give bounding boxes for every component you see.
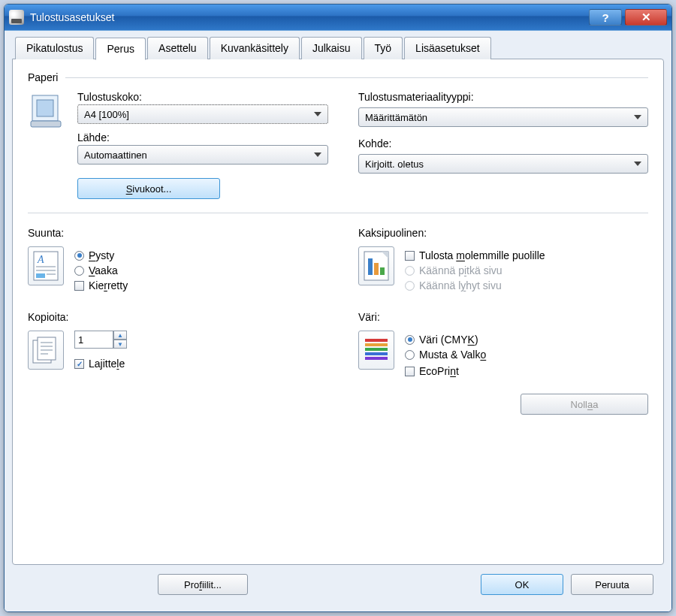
svg-rect-16 <box>41 342 53 343</box>
tulostuskoko-combo[interactable]: A4 [100%] <box>77 104 328 124</box>
radio-pitka: Käännä pitkä sivu <box>405 264 545 276</box>
check-molemmille-label: Tulosta molemmille puolille <box>419 249 545 261</box>
ok-button[interactable]: OK <box>481 574 563 595</box>
svg-rect-13 <box>380 267 385 275</box>
svg-rect-24 <box>365 357 388 360</box>
svg-rect-5 <box>36 266 56 267</box>
materiaali-combo[interactable]: Määrittämätön <box>358 107 648 127</box>
radio-cmyk-label: Väri (CMYK) <box>419 334 478 346</box>
vari-title: Väri: <box>358 311 648 323</box>
help-button[interactable]: ? <box>589 9 622 26</box>
svg-rect-6 <box>36 270 56 271</box>
svg-text:A: A <box>37 254 44 265</box>
checkbox-icon <box>405 367 415 376</box>
svg-rect-18 <box>41 349 53 351</box>
svg-rect-22 <box>365 348 388 351</box>
kopioita-title: Kopioita: <box>28 311 328 323</box>
svg-rect-1 <box>37 100 53 116</box>
kohde-combo[interactable]: Kirjoitt. oletus <box>358 154 648 174</box>
spin-down[interactable]: ▼ <box>113 340 127 349</box>
group-paperi: Paperi <box>28 71 648 199</box>
chevron-down-icon <box>311 107 324 121</box>
radio-vaaka[interactable]: Vaaka <box>74 264 128 276</box>
tab-lisaasetukset[interactable]: Lisäasetukset <box>404 37 491 59</box>
peruuta-button[interactable]: Peruuta <box>571 574 653 595</box>
radio-cmyk[interactable]: Väri (CMYK) <box>405 334 486 346</box>
radio-icon <box>405 266 415 276</box>
radio-mv[interactable]: Musta & Valko <box>405 349 486 361</box>
lahde-combo[interactable]: Automaattinen <box>77 145 328 165</box>
check-kierretty[interactable]: Kierretty <box>74 279 128 291</box>
radio-lyhyt-label: Käännä lyhyt sivu <box>419 279 502 291</box>
duplex-icon <box>358 246 394 285</box>
materiaali-label: Tulostusmateriaalityyppi: <box>358 91 648 103</box>
svg-rect-7 <box>36 273 45 278</box>
radio-vaaka-label: Vaaka <box>89 264 118 276</box>
suunta-title: Suunta: <box>28 227 328 239</box>
radio-pysty[interactable]: Pysty <box>74 249 128 261</box>
dialog-footer: Profiilit... OK Peruuta <box>12 565 664 604</box>
tab-asettelu[interactable]: Asettelu <box>147 37 208 59</box>
lahde-value: Automaattinen <box>84 149 147 161</box>
window-title: Tulostusasetukset <box>30 11 586 23</box>
radio-icon <box>74 266 84 276</box>
peruuta-label: Peruuta <box>595 579 629 590</box>
profiilit-button[interactable]: Profiilit... <box>158 574 248 595</box>
tabstrip: Pikatulostus Perus Asettelu Kuvankäsitte… <box>15 37 664 59</box>
svg-rect-21 <box>365 343 388 346</box>
copies-icon <box>28 331 64 370</box>
check-kierretty-label: Kierretty <box>89 279 128 291</box>
check-ecoprint-label: EcoPrint <box>419 365 459 377</box>
nollaa-button[interactable]: Nollaa <box>521 394 648 415</box>
chevron-down-icon <box>631 157 644 171</box>
spin-up[interactable]: ▲ <box>113 331 127 340</box>
check-ecoprint[interactable]: EcoPrint <box>405 365 486 377</box>
radio-pysty-label: Pysty <box>89 249 114 261</box>
kohde-value: Kirjoitt. oletus <box>365 159 424 170</box>
printer-icon <box>9 10 24 25</box>
radio-pitka-label: Käännä pitkä sivu <box>419 264 502 276</box>
radio-icon <box>405 350 415 360</box>
window-controls: ? ✕ <box>586 9 667 26</box>
print-settings-window: Tulostusasetukset ? ✕ Pikatulostus Perus… <box>4 4 672 612</box>
radio-icon <box>405 335 415 345</box>
svg-rect-17 <box>41 346 53 347</box>
svg-rect-12 <box>374 263 379 275</box>
radio-icon <box>74 251 84 261</box>
tab-julkaisu[interactable]: Julkaisu <box>301 37 362 59</box>
tab-panel-perus: Paperi <box>12 59 664 565</box>
tab-pikatulostus[interactable]: Pikatulostus <box>15 37 94 59</box>
chevron-down-icon <box>311 148 324 162</box>
svg-rect-15 <box>38 337 56 360</box>
chevron-down-icon <box>631 110 644 124</box>
kohde-label: Kohde: <box>358 137 648 149</box>
svg-rect-11 <box>368 258 373 275</box>
copies-spinner[interactable]: ▲ ▼ <box>74 331 127 349</box>
check-molemmille[interactable]: Tulosta molemmille puolille <box>405 249 545 261</box>
kaksipuolinen-title: Kaksipuolinen: <box>358 227 648 239</box>
svg-rect-8 <box>47 273 56 275</box>
sivukoot-button[interactable]: Sivukoot... <box>77 178 220 199</box>
svg-rect-2 <box>31 121 61 127</box>
close-button[interactable]: ✕ <box>625 9 667 26</box>
tab-tyo[interactable]: Työ <box>364 37 403 59</box>
ok-label: OK <box>515 579 530 590</box>
orientation-icon: A <box>28 246 64 285</box>
divider <box>28 213 648 213</box>
check-lajittele-label: Lajittele <box>89 358 125 370</box>
radio-mv-label: Musta & Valko <box>419 349 486 361</box>
tab-perus[interactable]: Perus <box>95 38 146 60</box>
tulostuskoko-value: A4 [100%] <box>84 109 129 120</box>
copies-input[interactable] <box>74 331 113 349</box>
check-lajittele[interactable]: ✓ Lajittele <box>74 358 127 370</box>
radio-lyhyt: Käännä lyhyt sivu <box>405 279 545 291</box>
tab-kuvankasittely[interactable]: Kuvankäsittely <box>210 37 300 59</box>
checkbox-icon: ✓ <box>74 359 84 369</box>
checkbox-icon <box>405 251 415 261</box>
checkbox-icon <box>74 281 84 291</box>
svg-rect-20 <box>365 339 388 342</box>
nollaa-label: Nollaa <box>571 399 599 410</box>
color-icon <box>358 331 394 370</box>
profiilit-label: Profiilit... <box>184 579 222 590</box>
materiaali-value: Määrittämätön <box>365 112 427 123</box>
